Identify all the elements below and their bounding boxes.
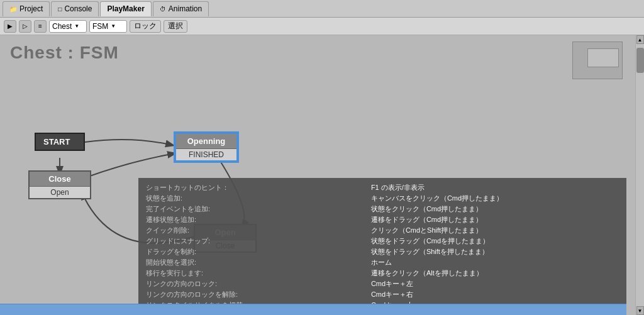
hint-label: リンクの方向のロック:	[146, 279, 358, 289]
step-button[interactable]: ▷	[19, 20, 31, 33]
console-icon: □	[58, 6, 62, 13]
lock-label: ロック	[134, 21, 157, 31]
tab-bar: 📁 Project □ Console PlayMaker ⏱ Animatio…	[0, 0, 644, 18]
fsm-dropdown[interactable]: FSM ▼	[89, 20, 127, 33]
tab-animation-label: Animation	[169, 4, 202, 13]
project-icon: 📁	[9, 6, 17, 13]
hint-label: リンクの方向のロックを解除:	[146, 290, 358, 299]
hint-value: キャンバスをクリック（Cmd押したまま）	[371, 194, 619, 203]
hint-value: Cmdキー＋左	[371, 279, 619, 289]
tab-console[interactable]: □ Console	[51, 1, 99, 16]
hint-value: 遷移をクリック（Altを押したまま）	[371, 268, 619, 278]
minimap	[572, 41, 623, 79]
hint-label: グリッドにスナップ:	[146, 236, 358, 246]
close-event: Open	[30, 186, 90, 198]
bottom-bar	[0, 304, 626, 315]
hint-label: 開始状態を選択:	[146, 258, 358, 267]
hint-label: 移行を実行します:	[146, 268, 358, 278]
close-node[interactable]: Close Open	[28, 170, 91, 199]
hint-value: ホーム	[371, 258, 619, 267]
select-label: 選択	[168, 21, 183, 31]
start-label: START	[43, 137, 70, 146]
hint-label: クイック削除:	[146, 226, 358, 235]
hint-box: ショートカットのヒント：F1 の表示/非表示状態を追加:キャンバスをクリック（C…	[138, 178, 626, 315]
hint-value: 状態をドラッグ（Cmdを押したまま）	[371, 236, 619, 246]
hint-label: 遷移状態を追加:	[146, 215, 358, 224]
scrollbar-up[interactable]: ▲	[636, 35, 644, 44]
scrollbar-down[interactable]: ▼	[636, 306, 644, 315]
hint-label: ショートカットのヒント：	[146, 183, 358, 192]
opening-event: FINISHED	[176, 148, 236, 160]
tab-project[interactable]: 📁 Project	[3, 1, 50, 16]
tab-console-label: Console	[64, 4, 92, 13]
animation-icon: ⏱	[160, 6, 166, 13]
hint-value: クリック（CmdとShift押したまま）	[371, 226, 619, 235]
scrollbar-right: ▲ ▼	[635, 35, 644, 315]
start-node[interactable]: START	[35, 133, 85, 151]
hint-label: 完了イベントを追加:	[146, 204, 358, 214]
hint-value: 遷移をドラッグ（Cmd押したまま）	[371, 215, 619, 224]
tab-playmaker-label: PlayMaker	[107, 4, 144, 13]
canvas-title: Chest : FSM	[10, 43, 119, 63]
fsm-dropdown-arrow: ▼	[111, 23, 116, 29]
canvas[interactable]: Chest : FSM	[0, 35, 635, 315]
opening-title: Openning	[176, 134, 236, 148]
minimap-inner	[587, 48, 619, 67]
hint-value: 状態をドラッグ（Shiftを押したまま）	[371, 247, 619, 257]
hint-value: 状態をクリック（Cmd押したまま）	[371, 204, 619, 214]
lock-button[interactable]: ロック	[130, 20, 161, 33]
close-title: Close	[30, 172, 90, 186]
hint-label: 状態を追加:	[146, 194, 358, 203]
fsm-label: FSM	[92, 22, 108, 31]
toolbar: ▶ ▷ ≡ Chest ▼ FSM ▼ ロック 選択	[0, 18, 644, 35]
hint-value: Cmdキー＋右	[371, 290, 619, 299]
play-button[interactable]: ▶	[4, 20, 16, 33]
menu-button[interactable]: ≡	[34, 20, 47, 33]
main-area: Chest : FSM	[0, 35, 644, 315]
object-dropdown-arrow: ▼	[74, 23, 79, 29]
opening-node[interactable]: Openning FINISHED	[175, 133, 238, 162]
object-dropdown[interactable]: Chest ▼	[49, 20, 87, 33]
tab-playmaker[interactable]: PlayMaker	[100, 1, 151, 16]
hint-label: ドラッグを制約:	[146, 247, 358, 257]
select-button[interactable]: 選択	[164, 20, 187, 33]
scrollbar-thumb[interactable]	[636, 48, 644, 73]
object-name: Chest	[52, 22, 72, 31]
tab-project-label: Project	[19, 4, 43, 13]
hint-value: F1 の表示/非表示	[371, 183, 619, 192]
tab-animation[interactable]: ⏱ Animation	[153, 1, 209, 16]
